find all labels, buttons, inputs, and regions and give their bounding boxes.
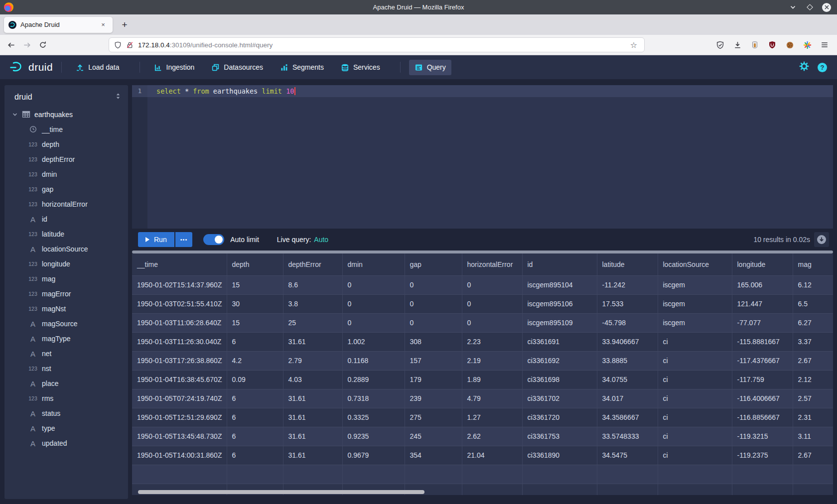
column-header-longitude[interactable]: longitude (732, 253, 793, 275)
table-cell[interactable]: 1.89 (462, 370, 522, 389)
column-header-depth[interactable]: depth (227, 253, 283, 275)
sql-query-line[interactable]: select * from earthquakes limit 10 (147, 85, 833, 97)
table-cell[interactable]: 15 (227, 313, 283, 332)
forward-icon[interactable] (19, 37, 35, 52)
table-cell[interactable]: 2.67 (793, 351, 833, 370)
column-header-id[interactable]: id (522, 253, 597, 275)
table-cell[interactable]: 34.017 (597, 389, 658, 408)
menu-icon[interactable] (819, 39, 830, 50)
table-cell[interactable]: 15 (227, 275, 283, 294)
table-cell[interactable]: -119.3215 (732, 427, 793, 446)
table-cell[interactable]: -77.077 (732, 313, 793, 332)
table-cell[interactable]: 1950-01-05T14:00:31.860Z (132, 446, 227, 465)
table-cell[interactable]: ci (658, 408, 732, 427)
column-header-latitude[interactable]: latitude (597, 253, 658, 275)
table-cell[interactable]: 4.03 (283, 370, 342, 389)
table-cell[interactable]: -117.4376667 (732, 351, 793, 370)
column-header-gap[interactable]: gap (405, 253, 462, 275)
table-cell[interactable]: 1.002 (342, 332, 405, 351)
table-cell[interactable]: ci (658, 332, 732, 351)
tracking-shield-icon[interactable] (114, 41, 122, 49)
column-item-dmin[interactable]: 123dmin (4, 167, 128, 182)
table-cell[interactable]: iscgem (658, 294, 732, 313)
table-cell[interactable]: 1950-01-03T17:26:38.860Z (132, 351, 227, 370)
table-cell[interactable]: 6 (227, 427, 283, 446)
table-cell[interactable]: 1950-01-05T13:45:48.730Z (132, 427, 227, 446)
table-cell[interactable]: -45.798 (597, 313, 658, 332)
column-item-magsource[interactable]: AmagSource (4, 316, 128, 331)
table-cell[interactable]: 245 (405, 427, 462, 446)
bookmark-star-icon[interactable]: ☆ (628, 40, 639, 50)
table-cell[interactable]: 33.8885 (597, 351, 658, 370)
sql-editor[interactable]: 1 select * from earthquakes limit 10 (132, 85, 833, 229)
table-cell[interactable]: 31.61 (283, 389, 342, 408)
table-cell[interactable]: 179 (405, 370, 462, 389)
ublock-icon[interactable] (767, 39, 778, 50)
window-close-icon[interactable] (822, 3, 831, 12)
table-cell[interactable]: 2.62 (462, 427, 522, 446)
download-results-button[interactable] (814, 232, 829, 247)
table-cell[interactable]: 0 (405, 294, 462, 313)
table-cell[interactable]: 275 (405, 408, 462, 427)
table-cell[interactable]: 165.006 (732, 275, 793, 294)
table-cell[interactable]: ci3361698 (522, 370, 597, 389)
table-cell[interactable]: 3.37 (793, 332, 833, 351)
nav-item-query[interactable]: Query (409, 60, 451, 75)
table-cell[interactable]: 31.61 (283, 427, 342, 446)
table-cell[interactable]: 0 (342, 294, 405, 313)
column-item-deptherror[interactable]: 123depthError (4, 152, 128, 167)
table-cell[interactable]: 2.57 (793, 389, 833, 408)
table-cell[interactable]: iscgem895104 (522, 275, 597, 294)
back-icon[interactable] (3, 37, 19, 52)
table-cell[interactable]: 1950-01-03T11:26:30.040Z (132, 332, 227, 351)
table-cell[interactable]: ci (658, 351, 732, 370)
column-item-nst[interactable]: 123nst (4, 361, 128, 376)
table-cell[interactable]: 25 (283, 313, 342, 332)
table-cell[interactable]: 0 (462, 294, 522, 313)
table-cell[interactable]: 6 (227, 389, 283, 408)
column-item-type[interactable]: Atype (4, 421, 128, 436)
table-cell[interactable]: ci3361692 (522, 351, 597, 370)
table-cell[interactable]: ci3361720 (522, 408, 597, 427)
table-cell[interactable]: 6 (227, 408, 283, 427)
auto-limit-toggle[interactable] (203, 234, 224, 245)
table-cell[interactable]: 17.533 (597, 294, 658, 313)
table-cell[interactable]: 121.447 (732, 294, 793, 313)
table-cell[interactable]: 31.61 (283, 446, 342, 465)
column-item-updated[interactable]: Aupdated (4, 436, 128, 451)
editor-code-area[interactable]: select * from earthquakes limit 10 (147, 85, 833, 229)
table-cell[interactable]: ci3361691 (522, 332, 597, 351)
column-header-time[interactable]: __time (132, 253, 227, 275)
column-header-horizontalerror[interactable]: horizontalError (462, 253, 522, 275)
column-header-dmin[interactable]: dmin (342, 253, 405, 275)
table-cell[interactable]: 6.27 (793, 313, 833, 332)
nav-item-ingestion[interactable]: Ingestion (148, 60, 200, 75)
table-cell[interactable]: ci (658, 389, 732, 408)
table-cell[interactable]: -116.8856667 (732, 408, 793, 427)
table-cell[interactable]: 0.09 (227, 370, 283, 389)
table-cell[interactable]: 1950-01-03T11:06:28.640Z (132, 313, 227, 332)
table-cell[interactable]: 0.1168 (342, 351, 405, 370)
table-cell[interactable]: 0.9235 (342, 427, 405, 446)
table-cell[interactable]: 6 (227, 332, 283, 351)
table-cell[interactable]: 308 (405, 332, 462, 351)
table-cell[interactable]: ci3361890 (522, 446, 597, 465)
table-cell[interactable]: 0.7318 (342, 389, 405, 408)
column-item-depth[interactable]: 123depth (4, 137, 128, 152)
table-cell[interactable]: 239 (405, 389, 462, 408)
lock-insecure-icon[interactable] (126, 41, 134, 49)
table-cell[interactable]: 30 (227, 294, 283, 313)
table-cell[interactable]: 1950-01-05T07:24:19.740Z (132, 389, 227, 408)
nav-item-segments[interactable]: Segments (275, 60, 329, 75)
sort-columns-icon[interactable] (115, 93, 122, 102)
table-cell[interactable]: -116.4006667 (732, 389, 793, 408)
table-cell[interactable]: 0 (405, 313, 462, 332)
table-cell[interactable]: 0 (342, 275, 405, 294)
table-cell[interactable]: iscgem895106 (522, 294, 597, 313)
live-query-value[interactable]: Auto (314, 236, 328, 244)
table-cell[interactable]: 0 (462, 313, 522, 332)
table-cell[interactable]: 354 (405, 446, 462, 465)
table-cell[interactable]: 2.19 (462, 351, 522, 370)
table-cell[interactable]: 6 (227, 446, 283, 465)
table-cell[interactable]: 31.61 (283, 332, 342, 351)
